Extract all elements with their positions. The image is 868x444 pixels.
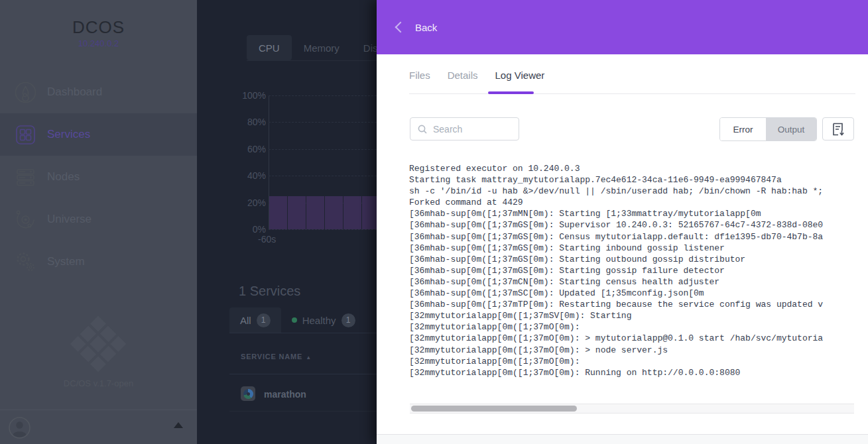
chevron-left-icon bbox=[395, 22, 406, 33]
filter-healthy-label: Healthy bbox=[302, 315, 336, 326]
panel-header: Back bbox=[377, 0, 868, 54]
filter-healthy-count-badge: 1 bbox=[341, 313, 355, 327]
tab-disk[interactable]: Disk bbox=[351, 35, 377, 60]
chart-bar bbox=[343, 196, 361, 230]
service-row-name[interactable]: marathon bbox=[264, 389, 306, 400]
log-search-box bbox=[410, 117, 519, 140]
table-header-service-name[interactable]: SERVICE NAME▲ bbox=[241, 353, 312, 361]
sort-asc-icon: ▲ bbox=[306, 355, 312, 361]
sidebar-user-footer[interactable] bbox=[0, 410, 197, 444]
service-filter-tabs: All 1 Healthy 1 bbox=[229, 307, 366, 333]
tab-log-viewer[interactable]: Log Viewer bbox=[495, 70, 545, 93]
search-input[interactable] bbox=[433, 124, 509, 135]
sidebar-item-label: Nodes bbox=[47, 170, 80, 184]
sidebar-item-dashboard[interactable]: Dashboard bbox=[0, 71, 197, 113]
chart-bar bbox=[288, 196, 306, 230]
dcos-logo bbox=[70, 316, 127, 372]
ytick: 40% bbox=[237, 170, 266, 181]
services-page-background: CPU Memory Disk 100% 80% 60% 40% 20% 0% … bbox=[197, 0, 377, 444]
sidebar-item-label: Universe bbox=[47, 213, 92, 226]
tab-cpu[interactable]: CPU bbox=[247, 35, 292, 60]
universe-icon bbox=[15, 209, 36, 231]
chart-bars bbox=[269, 95, 377, 229]
filter-all-label: All bbox=[240, 315, 251, 326]
sidebar-item-system[interactable]: System bbox=[0, 241, 197, 283]
chart-bar bbox=[362, 196, 377, 230]
back-button[interactable]: Back bbox=[397, 22, 437, 33]
filter-all-count-badge: 1 bbox=[257, 313, 271, 327]
horizontal-scrollbar-thumb[interactable] bbox=[411, 406, 577, 412]
panel-tabs: Files Details Log Viewer bbox=[409, 70, 544, 93]
horizontal-scrollbar[interactable] bbox=[410, 404, 854, 414]
chart-bar bbox=[269, 196, 287, 230]
sidebar-item-label: System bbox=[47, 255, 85, 268]
output-toggle-button[interactable]: Output bbox=[766, 118, 816, 140]
ytick: 100% bbox=[237, 90, 266, 101]
version-label: DC/OS v.1.7-open bbox=[0, 378, 197, 388]
error-toggle-button[interactable]: Error bbox=[720, 118, 766, 140]
filter-tab-all[interactable]: All 1 bbox=[229, 307, 281, 333]
sidebar-nav: Dashboard Services bbox=[0, 71, 197, 283]
sidebar-item-nodes[interactable]: Nodes bbox=[0, 156, 197, 198]
sidebar: DCOS 10.240.0.2 Dashboard Se bbox=[0, 0, 197, 444]
ytick: 60% bbox=[237, 144, 266, 154]
marathon-service-icon bbox=[241, 386, 255, 401]
services-icon bbox=[15, 124, 36, 146]
cpu-chart: 100% 80% 60% 40% 20% 0% bbox=[269, 95, 377, 229]
services-count-heading: 1 Services bbox=[239, 284, 300, 299]
resource-tabs: CPU Memory Disk bbox=[247, 35, 377, 60]
panel-footer bbox=[377, 434, 868, 444]
back-label: Back bbox=[415, 22, 437, 33]
filter-tab-healthy[interactable]: Healthy 1 bbox=[281, 307, 366, 333]
active-tab-underline bbox=[488, 91, 534, 94]
sidebar-item-universe[interactable]: Universe bbox=[0, 198, 197, 241]
app-root: DCOS 10.240.0.2 Dashboard Se bbox=[0, 0, 868, 444]
jump-to-bottom-button[interactable] bbox=[822, 117, 854, 140]
tab-files[interactable]: Files bbox=[409, 70, 430, 93]
cluster-host: 10.240.0.2 bbox=[0, 38, 197, 48]
table-row-divider bbox=[229, 411, 377, 412]
panel-tabs-divider bbox=[409, 93, 855, 94]
sidebar-item-label: Services bbox=[47, 128, 90, 141]
chart-bar bbox=[306, 196, 324, 230]
resource-tabs-divider bbox=[247, 60, 377, 61]
log-output[interactable]: Registered executor on 10.240.0.3 Starti… bbox=[409, 163, 855, 383]
ytick: 0% bbox=[237, 224, 266, 235]
sidebar-item-services[interactable]: Services bbox=[0, 113, 197, 156]
log-stream-toggle: Error Output bbox=[719, 117, 817, 141]
search-icon bbox=[418, 125, 427, 134]
user-menu-caret-icon[interactable] bbox=[174, 422, 183, 428]
log-text: Registered executor on 10.240.0.3 Starti… bbox=[409, 163, 855, 378]
system-icon bbox=[15, 251, 36, 273]
nodes-icon bbox=[15, 166, 36, 188]
log-download-icon bbox=[832, 123, 845, 136]
ytick: 20% bbox=[237, 197, 266, 208]
tab-memory[interactable]: Memory bbox=[292, 35, 351, 60]
avatar bbox=[9, 417, 31, 439]
ytick: 80% bbox=[237, 117, 266, 127]
chart-bar bbox=[325, 196, 343, 230]
filter-tabs-divider bbox=[229, 333, 377, 333]
tab-details[interactable]: Details bbox=[448, 70, 478, 93]
healthy-status-dot bbox=[292, 317, 297, 323]
brand-title: DCOS bbox=[0, 17, 197, 38]
task-detail-panel: Back Files Details Log Viewer Error Outp… bbox=[377, 0, 868, 444]
table-header-divider bbox=[229, 374, 377, 374]
sidebar-item-label: Dashboard bbox=[47, 85, 102, 99]
dashboard-icon bbox=[15, 82, 36, 103]
xtick-start: -60s bbox=[258, 234, 276, 245]
